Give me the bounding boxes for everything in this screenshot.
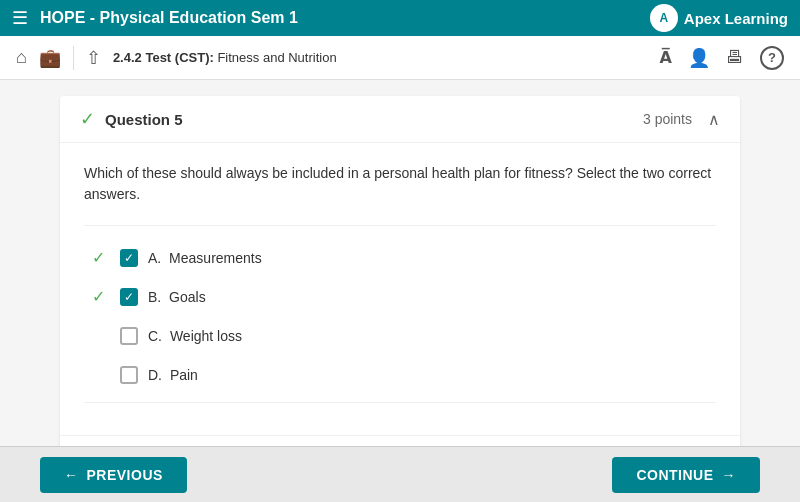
continue-arrow-icon: → <box>722 467 737 483</box>
answer-option-c[interactable]: ✓ C. Weight loss <box>84 316 716 355</box>
option-b-checkbox[interactable] <box>120 288 138 306</box>
option-c-checkbox[interactable] <box>120 327 138 345</box>
continue-label: CONTINUE <box>636 467 713 483</box>
option-c-label: C. Weight loss <box>148 328 242 344</box>
option-a-label: A. Measurements <box>148 250 262 266</box>
question-text: Which of these should always be included… <box>84 163 716 205</box>
option-b-label: B. Goals <box>148 289 206 305</box>
main-content: ✓ Question 5 3 points ∧ Which of these s… <box>0 80 800 446</box>
nav-actions: A̅ 👤 🖶 ? <box>660 46 784 70</box>
prev-label: PREVIOUS <box>87 467 163 483</box>
option-a-checkbox[interactable] <box>120 249 138 267</box>
translate-icon[interactable]: A̅ <box>660 48 672 67</box>
continue-button[interactable]: CONTINUE → <box>612 457 760 493</box>
collapse-icon[interactable]: ∧ <box>708 110 720 129</box>
help-icon[interactable]: ? <box>760 46 784 70</box>
answer-option-b[interactable]: ✓ B. Goals <box>84 277 716 316</box>
prev-arrow-icon: ← <box>64 467 79 483</box>
top-bar: ☰ HOPE - Physical Education Sem 1 A Apex… <box>0 0 800 36</box>
option-a-check-icon: ✓ <box>92 248 110 267</box>
brand-name: Apex Learning <box>684 10 788 27</box>
answer-option-d[interactable]: ✓ D. Pain <box>84 355 716 394</box>
bottom-bar: ← PREVIOUS CONTINUE → <box>0 446 800 502</box>
option-d-checkbox[interactable] <box>120 366 138 384</box>
question-body: Which of these should always be included… <box>60 143 740 435</box>
nav-divider <box>73 46 74 70</box>
menu-icon[interactable]: ☰ <box>12 7 28 29</box>
correct-feedback: ✓ Correct <box>60 435 740 446</box>
answer-option-a[interactable]: ✓ A. Measurements <box>84 238 716 277</box>
question-header: ✓ Question 5 3 points ∧ <box>60 96 740 143</box>
upload-icon[interactable]: ⇧ <box>86 47 101 69</box>
briefcase-icon[interactable]: 💼 <box>39 47 61 69</box>
home-icon[interactable]: ⌂ <box>16 47 27 68</box>
option-b-check-icon: ✓ <box>92 287 110 306</box>
breadcrumb: 2.4.2 Test (CST): Fitness and Nutrition <box>113 50 337 65</box>
nav-bar: ⌂ 💼 ⇧ 2.4.2 Test (CST): Fitness and Nutr… <box>0 36 800 80</box>
question-points: 3 points <box>643 111 692 127</box>
question-title: Question 5 <box>105 111 643 128</box>
apex-logo-icon: A <box>650 4 678 32</box>
brand-area: A Apex Learning <box>650 4 788 32</box>
question-check-icon: ✓ <box>80 108 95 130</box>
print-icon[interactable]: 🖶 <box>726 47 744 68</box>
previous-button[interactable]: ← PREVIOUS <box>40 457 187 493</box>
question-card: ✓ Question 5 3 points ∧ Which of these s… <box>60 96 740 446</box>
app-title: HOPE - Physical Education Sem 1 <box>40 9 650 27</box>
accessibility-icon[interactable]: 👤 <box>688 47 710 69</box>
option-d-label: D. Pain <box>148 367 198 383</box>
